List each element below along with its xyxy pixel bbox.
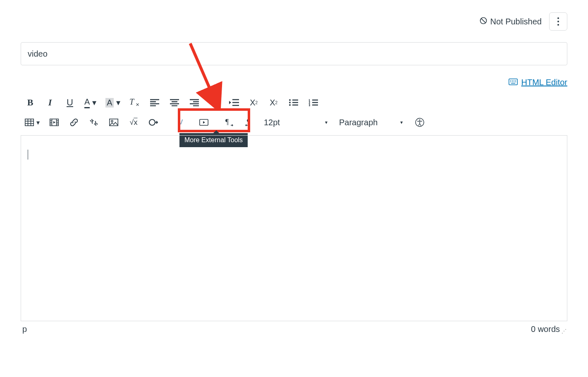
svg-point-34 (289, 99, 291, 101)
svg-point-67 (149, 119, 155, 125)
svg-text:T: T (129, 98, 135, 106)
editor-content-area[interactable] (21, 135, 567, 321)
prohibit-icon (479, 17, 488, 27)
subscript-button[interactable]: X2 (268, 97, 279, 108)
svg-line-62 (92, 119, 92, 121)
text-cursor (28, 150, 28, 160)
svg-text:¶: ¶ (225, 118, 229, 126)
superscript-button[interactable]: X2 (249, 97, 259, 108)
paragraph-format-select[interactable]: Paragraph (339, 118, 405, 127)
publish-status-label: Not Published (490, 17, 542, 26)
table-button[interactable]: ▾ (25, 117, 40, 128)
html-editor-row: HTML Editor (21, 78, 567, 87)
number-list-button[interactable]: 123 (308, 97, 319, 108)
resize-handle-icon[interactable]: ⋰ (562, 328, 566, 334)
svg-point-66 (111, 120, 113, 122)
element-path[interactable]: p (22, 325, 27, 334)
bullet-list-button[interactable] (288, 97, 299, 108)
clear-format-button[interactable]: T✕ (129, 97, 140, 108)
html-editor-link[interactable]: HTML Editor (509, 78, 567, 87)
rtl-button[interactable]: ¶ (244, 117, 255, 128)
bg-color-button[interactable]: A▾ (105, 97, 120, 108)
font-size-select[interactable]: 12pt (264, 118, 330, 127)
align-left-button[interactable] (149, 97, 160, 108)
accessibility-checker-button[interactable] (414, 117, 425, 128)
svg-marker-33 (229, 101, 231, 104)
rce-toolbar: B I U A▾ A▾ T✕ X2 X2 123 (21, 93, 567, 132)
html-editor-link-label: HTML Editor (521, 78, 567, 87)
editor-status-bar: p 0 words ⋰ (21, 321, 567, 334)
keyboard-icon (509, 78, 518, 87)
align-right-button[interactable] (189, 97, 200, 108)
v-icon: V (178, 118, 183, 126)
svg-line-61 (90, 120, 91, 122)
svg-text:3: 3 (309, 104, 310, 106)
link-button[interactable] (69, 117, 79, 128)
svg-rect-2 (509, 79, 518, 85)
underline-button[interactable]: U (65, 97, 75, 108)
unlink-button[interactable] (88, 117, 99, 128)
svg-line-64 (96, 123, 98, 124)
svg-marker-69 (203, 121, 205, 124)
kebab-icon (557, 17, 559, 26)
align-center-button[interactable] (169, 97, 180, 108)
page-title-input[interactable] (21, 42, 567, 65)
svg-point-36 (289, 102, 291, 103)
svg-marker-29 (209, 101, 211, 104)
insert-link-external-button[interactable] (148, 117, 159, 128)
italic-button[interactable]: I (45, 97, 55, 108)
svg-text:¶: ¶ (247, 118, 250, 126)
svg-marker-60 (53, 121, 55, 124)
svg-rect-46 (25, 119, 33, 126)
image-button[interactable] (108, 117, 119, 128)
word-count: 0 words (531, 325, 560, 334)
outdent-button[interactable] (209, 97, 220, 108)
svg-text:✕: ✕ (136, 102, 139, 107)
ltr-button[interactable]: ¶ (224, 117, 235, 128)
external-video-button[interactable] (198, 117, 209, 128)
svg-point-73 (419, 119, 420, 121)
equation-button[interactable]: √x (128, 117, 139, 128)
insert-media-button[interactable] (49, 117, 60, 128)
indent-button[interactable] (229, 97, 239, 108)
text-color-button[interactable]: A▾ (84, 97, 96, 108)
more-options-button[interactable] (549, 12, 567, 31)
publish-status: Not Published (479, 17, 542, 27)
bold-button[interactable]: B (25, 97, 36, 108)
svg-point-38 (289, 104, 291, 106)
svg-line-1 (481, 18, 486, 23)
svg-line-63 (96, 124, 96, 126)
more-external-tools-dropdown[interactable]: V (175, 117, 186, 128)
page-header: Not Published (21, 12, 567, 31)
